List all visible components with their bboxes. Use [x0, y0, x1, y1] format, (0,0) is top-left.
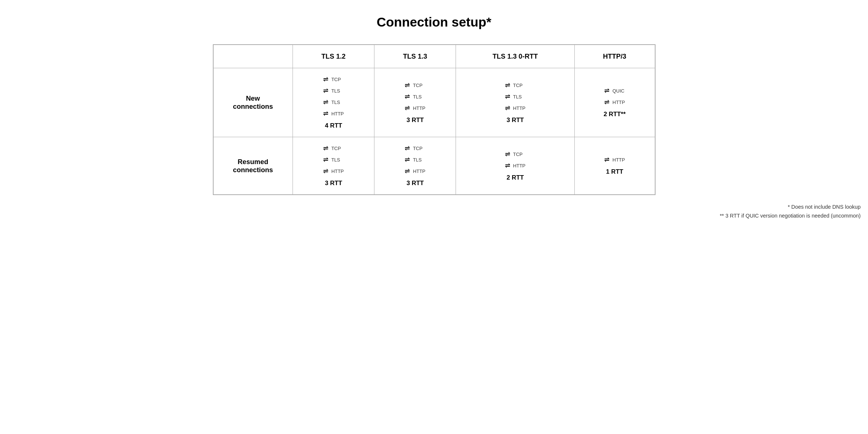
cell-1-2: ⇌TCP⇌HTTP2 RTT: [456, 137, 574, 195]
exchange-0-2-1: ⇌TLS: [505, 93, 522, 101]
col-header-3: HTTP/3: [574, 45, 655, 68]
rtt-label-1-2: 2 RTT: [467, 174, 563, 181]
exchange-1-0-1: ⇌TLS: [323, 156, 340, 164]
exchange-arrows-icon: ⇌: [405, 145, 410, 152]
exchange-1-1-2: ⇌HTTP: [405, 167, 425, 175]
exchange-arrows-icon: ⇌: [405, 167, 410, 175]
exchange-1-1-1: ⇌TLS: [405, 156, 422, 164]
exchange-arrows-icon: ⇌: [505, 104, 510, 112]
rtt-label-1-1: 3 RTT: [385, 180, 445, 187]
protocol-label: HTTP: [612, 157, 625, 163]
protocol-label: TCP: [413, 146, 422, 151]
exchange-1-1-0: ⇌TCP: [405, 145, 422, 152]
page-title: Connection setup*: [377, 15, 491, 29]
protocol-label: TCP: [513, 83, 523, 88]
protocol-label: HTTP: [413, 169, 425, 174]
exchange-0-0-3: ⇌HTTP: [323, 110, 344, 118]
exchange-0-2-0: ⇌TCP: [505, 81, 523, 89]
protocol-label: TCP: [513, 152, 523, 157]
rtt-label-0-3: 2 RTT**: [586, 111, 644, 118]
protocol-label: HTTP: [413, 105, 425, 111]
protocol-label: TLS: [513, 94, 522, 100]
protocol-label: TCP: [331, 77, 341, 82]
protocol-label: TLS: [331, 88, 340, 94]
row-label-1: Resumedconnections: [213, 137, 293, 195]
protocol-label: TLS: [413, 157, 422, 163]
exchange-0-1-1: ⇌TLS: [405, 93, 422, 101]
exchange-arrows-icon: ⇌: [505, 162, 510, 170]
protocol-label: TCP: [413, 83, 422, 88]
footnotes: * Does not include DNS lookup ** 3 RTT i…: [418, 202, 861, 221]
cell-1-0: ⇌TCP⇌TLS⇌HTTP3 RTT: [293, 137, 374, 195]
cell-1-1: ⇌TCP⇌TLS⇌HTTP3 RTT: [374, 137, 456, 195]
protocol-label: HTTP: [513, 105, 526, 111]
protocol-label: HTTP: [331, 169, 344, 174]
exchange-1-2-1: ⇌HTTP: [505, 162, 526, 170]
exchange-1-2-0: ⇌TCP: [505, 150, 523, 158]
protocol-label: QUIC: [612, 88, 624, 94]
exchange-0-0-0: ⇌TCP: [323, 76, 341, 83]
cell-0-1: ⇌TCP⇌TLS⇌HTTP3 RTT: [374, 68, 456, 137]
rtt-label-0-2: 3 RTT: [467, 117, 563, 124]
col-header-2: TLS 1.3 0-RTT: [456, 45, 574, 68]
exchange-0-2-2: ⇌HTTP: [505, 104, 526, 112]
exchange-arrows-icon: ⇌: [405, 104, 410, 112]
exchange-arrows-icon: ⇌: [505, 81, 510, 89]
empty-header-cell: [213, 45, 293, 68]
exchange-arrows-icon: ⇌: [604, 98, 609, 106]
footnote-1: * Does not include DNS lookup: [418, 202, 861, 211]
exchange-0-0-1: ⇌TLS: [323, 87, 340, 95]
exchange-arrows-icon: ⇌: [323, 156, 328, 164]
cell-0-3: ⇌QUIC⇌HTTP2 RTT**: [574, 68, 655, 137]
exchange-arrows-icon: ⇌: [405, 156, 410, 164]
exchange-arrows-icon: ⇌: [323, 110, 328, 118]
col-header-1: TLS 1.3: [374, 45, 456, 68]
exchange-0-3-1: ⇌HTTP: [604, 98, 625, 106]
protocol-label: TLS: [331, 157, 340, 163]
protocol-label: HTTP: [513, 163, 526, 169]
exchange-arrows-icon: ⇌: [323, 76, 328, 83]
row-label-0: Newconnections: [213, 68, 293, 137]
exchange-1-3-0: ⇌HTTP: [604, 156, 625, 164]
exchange-arrows-icon: ⇌: [505, 150, 510, 158]
exchange-1-0-0: ⇌TCP: [323, 145, 341, 152]
exchange-0-1-0: ⇌TCP: [405, 81, 422, 89]
protocol-label: HTTP: [331, 111, 344, 117]
comparison-table: TLS 1.2TLS 1.3TLS 1.3 0-RTTHTTP/3 Newcon…: [213, 44, 656, 195]
exchange-arrows-icon: ⇌: [405, 93, 410, 101]
rtt-label-0-1: 3 RTT: [385, 117, 445, 124]
cell-1-3: ⇌HTTP1 RTT: [574, 137, 655, 195]
exchange-arrows-icon: ⇌: [323, 167, 328, 175]
exchange-0-3-0: ⇌QUIC: [604, 87, 624, 95]
exchange-arrows-icon: ⇌: [323, 87, 328, 95]
protocol-label: TLS: [413, 94, 422, 100]
exchange-arrows-icon: ⇌: [604, 156, 609, 164]
col-header-0: TLS 1.2: [293, 45, 374, 68]
rtt-label-1-3: 1 RTT: [586, 168, 644, 176]
exchange-arrows-icon: ⇌: [604, 87, 609, 95]
rtt-label-0-0: 4 RTT: [304, 122, 363, 129]
cell-0-2: ⇌TCP⇌TLS⇌HTTP3 RTT: [456, 68, 574, 137]
rtt-label-1-0: 3 RTT: [304, 180, 363, 187]
exchange-arrows-icon: ⇌: [323, 98, 328, 106]
protocol-label: TCP: [331, 146, 341, 151]
exchange-arrows-icon: ⇌: [405, 81, 410, 89]
exchange-arrows-icon: ⇌: [323, 145, 328, 152]
footnote-2: ** 3 RTT if QUIC version negotiation is …: [418, 211, 861, 220]
cell-0-0: ⇌TCP⇌TLS⇌TLS⇌HTTP4 RTT: [293, 68, 374, 137]
exchange-0-1-2: ⇌HTTP: [405, 104, 425, 112]
protocol-label: HTTP: [612, 100, 625, 105]
exchange-0-0-2: ⇌TLS: [323, 98, 340, 106]
protocol-label: TLS: [331, 100, 340, 105]
exchange-1-0-2: ⇌HTTP: [323, 167, 344, 175]
exchange-arrows-icon: ⇌: [505, 93, 510, 101]
